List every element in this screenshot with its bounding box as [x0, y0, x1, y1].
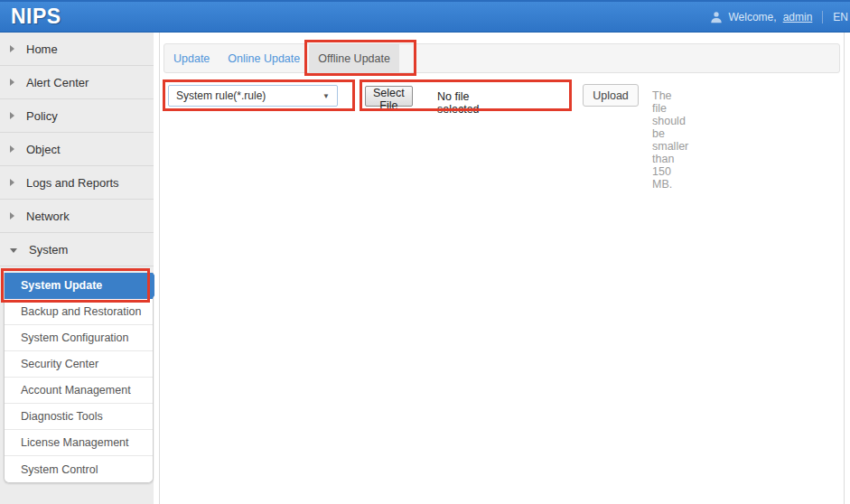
sidebar-item-label: Logs and Reports	[26, 176, 119, 190]
tab-online-update[interactable]: Online Update	[219, 44, 309, 72]
content-right-border	[844, 33, 845, 504]
file-size-hint: The file should be smaller than 150 MB.	[652, 89, 688, 191]
chevron-right-icon	[10, 179, 14, 186]
sidebar-item-backup-and-restoration[interactable]: Backup and Restoration	[5, 299, 153, 325]
welcome-text: Welcome,	[729, 11, 777, 23]
sidebar-item-label: Object	[26, 143, 61, 156]
chevron-right-icon	[10, 79, 14, 86]
app-header: NIPS Welcome, admin EN	[0, 0, 850, 33]
sidebar-item-label: Network	[26, 210, 70, 223]
sidebar-item-network[interactable]: Network	[0, 200, 154, 233]
nips-admin-window: NIPS Welcome, admin EN Home Alert Center…	[0, 0, 850, 504]
sidebar-item-account-management[interactable]: Account Management	[5, 378, 153, 404]
sidebar-item-diagnostic-tools[interactable]: Diagnostic Tools	[5, 404, 153, 430]
content-left-border	[159, 33, 160, 504]
sidebar-item-security-center[interactable]: Security Center	[5, 351, 153, 378]
user-icon	[710, 11, 723, 23]
rule-type-value: System rule(*.rule)	[176, 89, 266, 102]
sidebar-item-system-control[interactable]: System Control	[5, 456, 153, 482]
sidebar-item-policy[interactable]: Policy	[0, 99, 154, 133]
system-submenu: System Update Backup and Restoration Sys…	[4, 273, 154, 483]
sidebar-item-alert-center[interactable]: Alert Center	[0, 66, 154, 99]
dropdown-arrow-icon: ▼	[322, 92, 330, 100]
app-logo: NIPS	[11, 5, 61, 29]
sidebar-item-system-update[interactable]: System Update	[5, 273, 153, 299]
select-file-button[interactable]: Select File	[365, 86, 413, 107]
chevron-right-icon	[10, 112, 14, 119]
username-link[interactable]: admin	[783, 11, 813, 23]
chevron-right-icon	[10, 45, 14, 52]
chevron-right-icon	[10, 212, 14, 219]
sidebar: Home Alert Center Policy Object Logs and…	[0, 33, 154, 504]
language-switch[interactable]: EN	[833, 11, 848, 23]
file-status-text: No file selected	[437, 90, 480, 116]
tab-offline-update[interactable]: Offline Update	[309, 44, 399, 72]
sidebar-item-label: Policy	[26, 109, 58, 123]
sidebar-item-logs-and-reports[interactable]: Logs and Reports	[0, 166, 154, 200]
update-tabbar: Update Online Update Offline Update	[163, 43, 840, 73]
sidebar-item-object[interactable]: Object	[0, 133, 154, 166]
chevron-down-icon	[10, 248, 17, 253]
header-user-area: Welcome, admin EN	[710, 2, 850, 33]
tab-update[interactable]: Update	[164, 44, 219, 72]
sidebar-item-label: System	[29, 243, 68, 257]
chevron-right-icon	[10, 145, 14, 153]
sidebar-item-system-configuration[interactable]: System Configuration	[5, 325, 153, 351]
rule-type-select[interactable]: System rule(*.rule) ▼	[168, 85, 338, 107]
sidebar-item-license-management[interactable]: License Management	[5, 430, 153, 456]
sidebar-item-label: Home	[26, 42, 58, 56]
sidebar-item-system[interactable]: System	[0, 233, 154, 266]
header-divider	[822, 11, 823, 23]
sidebar-item-home[interactable]: Home	[0, 33, 154, 66]
sidebar-item-label: Alert Center	[26, 76, 89, 89]
upload-button[interactable]: Upload	[583, 84, 639, 107]
